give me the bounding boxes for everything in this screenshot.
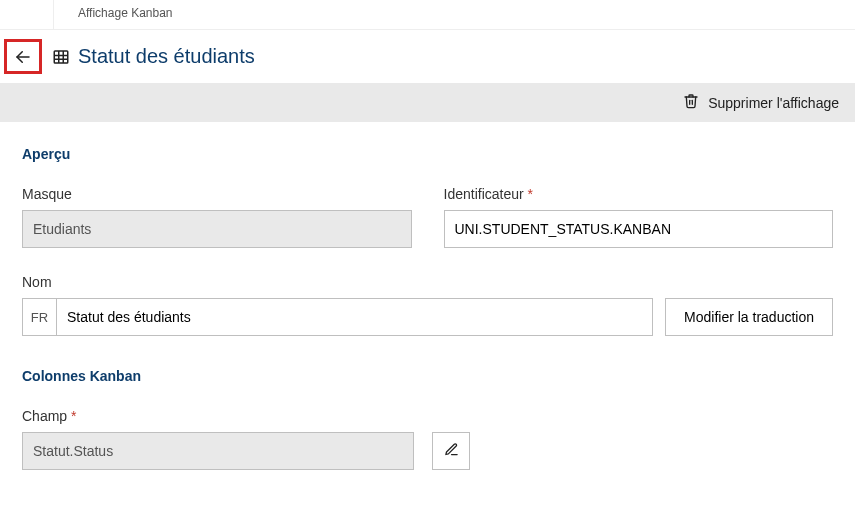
masque-input — [22, 210, 412, 248]
section-overview-heading: Aperçu — [22, 146, 833, 162]
back-button[interactable] — [4, 39, 42, 74]
page-title: Statut des étudiants — [78, 45, 255, 68]
top-strip-spacer — [0, 0, 54, 29]
nom-lang-prefix: FR — [23, 299, 57, 335]
arrow-left-icon — [14, 48, 32, 66]
svg-rect-1 — [54, 51, 68, 63]
breadcrumb: Affichage Kanban — [54, 0, 173, 29]
nom-label: Nom — [22, 274, 833, 290]
edit-champ-button[interactable] — [432, 432, 470, 470]
table-icon — [52, 48, 70, 66]
modify-translation-button[interactable]: Modifier la traduction — [665, 298, 833, 336]
section-kanban-heading: Colonnes Kanban — [22, 368, 833, 384]
champ-input — [22, 432, 414, 470]
masque-label: Masque — [22, 186, 412, 202]
delete-display-button[interactable]: Supprimer l'affichage — [683, 93, 839, 112]
delete-display-label: Supprimer l'affichage — [708, 95, 839, 111]
identificateur-input[interactable] — [444, 210, 834, 248]
champ-label: Champ * — [22, 408, 833, 424]
identificateur-label: Identificateur * — [444, 186, 834, 202]
trash-icon — [683, 93, 699, 112]
pencil-icon — [444, 442, 459, 460]
nom-input[interactable] — [57, 299, 652, 335]
